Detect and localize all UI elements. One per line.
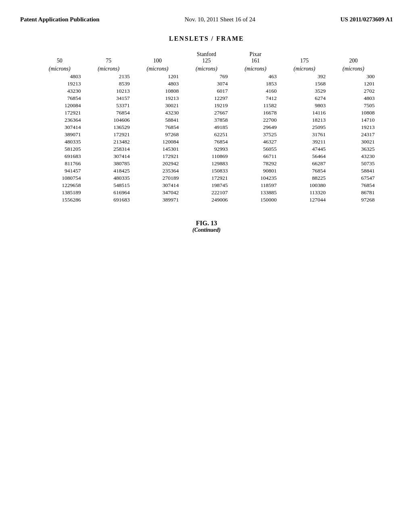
- page-header: Patent Application Publication Nov. 10, …: [20, 16, 393, 23]
- table-row: 48033521348212008476854463273921130021: [35, 138, 378, 145]
- cell-col200-row2: 2702: [329, 87, 378, 95]
- cell-col100-row2: 10808: [133, 87, 182, 95]
- cell-col200-row0: 300: [329, 73, 378, 80]
- table-row: 19213853948033074185315681201: [35, 80, 378, 87]
- publication-title: Patent Application Publication: [20, 16, 100, 23]
- cell-col50-row17: 1556286: [35, 196, 84, 204]
- cell-col125-row8: 62251: [182, 131, 231, 138]
- cell-col125-row7: 49185: [182, 124, 231, 131]
- cell-col175-row0: 392: [280, 73, 329, 80]
- cell-col161-row8: 37525: [231, 131, 280, 138]
- col-unit-161: (microns): [231, 65, 280, 73]
- cell-col200-row12: 50735: [329, 160, 378, 167]
- cell-col125-row3: 12297: [182, 95, 231, 102]
- cell-col200-row11: 43230: [329, 153, 378, 160]
- cell-col125-row11: 110869: [182, 153, 231, 160]
- col-header-75: 75: [84, 50, 133, 65]
- table-row: 1200845337130021192191158298037505: [35, 102, 378, 109]
- cell-col161-row6: 22700: [231, 116, 280, 124]
- cell-col161-row14: 104235: [231, 175, 280, 182]
- table-row: 1229658548515307414198745118597100380768…: [35, 182, 378, 189]
- col-unit-100: (microns): [133, 65, 182, 73]
- cell-col200-row7: 19213: [329, 124, 378, 131]
- cell-col161-row13: 90801: [231, 167, 280, 175]
- cell-col175-row6: 18213: [280, 116, 329, 124]
- cell-col175-row2: 3529: [280, 87, 329, 95]
- cell-col100-row16: 347042: [133, 189, 182, 196]
- cell-col200-row8: 24317: [329, 131, 378, 138]
- cell-col175-row16: 113320: [280, 189, 329, 196]
- col-header-50: 50: [35, 50, 84, 65]
- cell-col200-row6: 14710: [329, 116, 378, 124]
- cell-col175-row9: 39211: [280, 138, 329, 145]
- cell-col200-row1: 1201: [329, 80, 378, 87]
- cell-col100-row3: 19213: [133, 95, 182, 102]
- cell-col175-row4: 9803: [280, 102, 329, 109]
- cell-col161-row7: 29649: [231, 124, 280, 131]
- table-row: 941457418425235364150833908017685458841: [35, 167, 378, 175]
- cell-col125-row16: 222107: [182, 189, 231, 196]
- cell-col200-row3: 4803: [329, 95, 378, 102]
- table-row: 1080754480335270189172921104235882256754…: [35, 175, 378, 182]
- sheet-info: Nov. 10, 2011 Sheet 16 of 24: [185, 16, 255, 23]
- cell-col75-row8: 172921: [84, 131, 133, 138]
- column-units-row: (microns) (microns) (microns) (microns) …: [35, 65, 378, 73]
- cell-col200-row14: 67547: [329, 175, 378, 182]
- cell-col75-row14: 480335: [84, 175, 133, 182]
- cell-col125-row12: 129883: [182, 160, 231, 167]
- table-row: 480321351201769463392300: [35, 73, 378, 80]
- cell-col125-row2: 6017: [182, 87, 231, 95]
- cell-col200-row17: 97268: [329, 196, 378, 204]
- cell-col50-row13: 941457: [35, 167, 84, 175]
- col-unit-125: (microns): [182, 65, 231, 73]
- cell-col50-row4: 120084: [35, 102, 84, 109]
- cell-col100-row10: 145301: [133, 145, 182, 153]
- cell-col50-row11: 691683: [35, 153, 84, 160]
- cell-col50-row15: 1229658: [35, 182, 84, 189]
- cell-col75-row15: 548515: [84, 182, 133, 189]
- cell-col161-row4: 11582: [231, 102, 280, 109]
- cell-col100-row12: 202942: [133, 160, 182, 167]
- cell-col100-row7: 76854: [133, 124, 182, 131]
- cell-col175-row8: 31761: [280, 131, 329, 138]
- cell-col50-row7: 307414: [35, 124, 84, 131]
- cell-col125-row17: 249006: [182, 196, 231, 204]
- cell-col100-row8: 97268: [133, 131, 182, 138]
- cell-col75-row2: 10213: [84, 87, 133, 95]
- cell-col125-row13: 150833: [182, 167, 231, 175]
- cell-col175-row15: 100380: [280, 182, 329, 189]
- cell-col161-row15: 118597: [231, 182, 280, 189]
- cell-col50-row16: 1385189: [35, 189, 84, 196]
- cell-col175-row17: 127044: [280, 196, 329, 204]
- cell-col100-row1: 4803: [133, 80, 182, 87]
- cell-col50-row1: 19213: [35, 80, 84, 87]
- col-header-200: 200: [329, 50, 378, 65]
- cell-col50-row9: 480335: [35, 138, 84, 145]
- cell-col75-row16: 616964: [84, 189, 133, 196]
- table-row: 2363641046065884137858227001821314710: [35, 116, 378, 124]
- cell-col50-row14: 1080754: [35, 175, 84, 182]
- table-row: 811766380785202942129883782926628750735: [35, 160, 378, 167]
- cell-col75-row11: 307414: [84, 153, 133, 160]
- cell-col175-row7: 25095: [280, 124, 329, 131]
- cell-col50-row5: 172921: [35, 109, 84, 116]
- cell-col175-row3: 6274: [280, 95, 329, 102]
- cell-col50-row0: 4803: [35, 73, 84, 80]
- cell-col100-row11: 172921: [133, 153, 182, 160]
- cell-col75-row10: 258314: [84, 145, 133, 153]
- page: Patent Application Publication Nov. 10, …: [0, 0, 413, 532]
- cell-col175-row10: 47445: [280, 145, 329, 153]
- cell-col100-row5: 43230: [133, 109, 182, 116]
- cell-col161-row3: 7412: [231, 95, 280, 102]
- cell-col200-row9: 30021: [329, 138, 378, 145]
- cell-col161-row11: 66711: [231, 153, 280, 160]
- cell-col100-row14: 270189: [133, 175, 182, 182]
- cell-col200-row16: 86781: [329, 189, 378, 196]
- patent-number: US 2011/0273609 A1: [340, 16, 393, 23]
- cell-col75-row7: 136529: [84, 124, 133, 131]
- cell-col175-row12: 66287: [280, 160, 329, 167]
- cell-col100-row9: 120084: [133, 138, 182, 145]
- cell-col100-row15: 307414: [133, 182, 182, 189]
- cell-col125-row5: 27667: [182, 109, 231, 116]
- figure-label: FIG. 13 (Continued): [20, 220, 393, 233]
